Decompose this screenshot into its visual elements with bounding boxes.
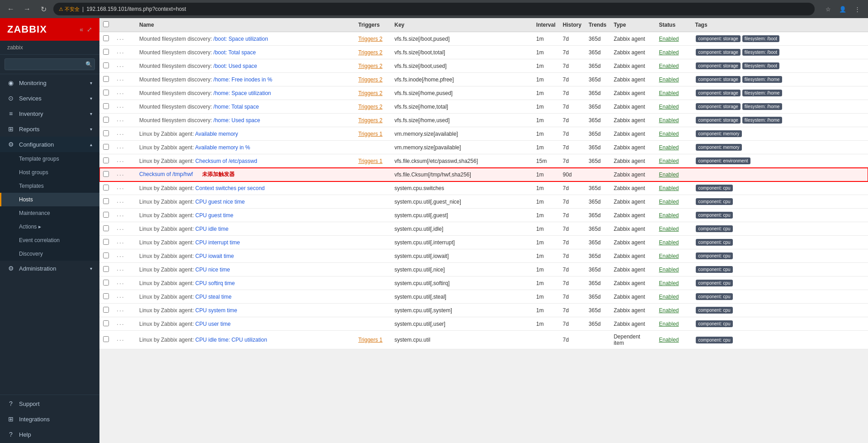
status-link[interactable]: Enabled <box>659 117 679 124</box>
item-status[interactable]: Enabled <box>655 331 691 349</box>
tag-badge[interactable]: component: storage <box>696 76 740 83</box>
header-tags[interactable]: Tags <box>691 18 868 32</box>
triggers-count-link[interactable]: Triggers 2 <box>358 90 382 96</box>
row-checkbox[interactable] <box>103 35 109 41</box>
status-link[interactable]: Enabled <box>659 253 679 259</box>
tag-badge[interactable]: component: memory <box>696 144 741 151</box>
item-name-link[interactable]: Linux by Zabbix agent: CPU guest time <box>139 212 233 219</box>
row-checkbox[interactable] <box>103 103 109 109</box>
row-actions-dots[interactable]: ··· <box>117 171 125 178</box>
item-status[interactable]: Enabled <box>655 46 691 59</box>
item-name-link[interactable]: Mounted filesystem discovery: /boot: Tot… <box>139 49 256 56</box>
status-link[interactable]: Enabled <box>659 158 679 164</box>
sidebar-item-host-groups[interactable]: Host groups <box>0 166 99 179</box>
tag-badge[interactable]: component: cpu <box>696 239 732 246</box>
triggers-count-link[interactable]: Triggers 2 <box>358 36 382 42</box>
item-name-link[interactable]: Linux by Zabbix agent: CPU softirq time <box>139 280 235 286</box>
row-actions-dots[interactable]: ··· <box>117 198 125 205</box>
status-link[interactable]: Enabled <box>659 307 679 314</box>
tag-badge[interactable]: component: cpu <box>696 212 732 219</box>
tag-badge[interactable]: component: storage <box>696 49 740 56</box>
header-history[interactable]: History <box>559 18 585 32</box>
row-actions-dots[interactable]: ··· <box>117 90 125 97</box>
sidebar-item-administration[interactable]: ⚙ Administration ▾ <box>0 261 99 276</box>
sidebar-item-support[interactable]: ? Support <box>0 396 99 411</box>
tag-badge[interactable]: component: cpu <box>696 320 732 327</box>
item-name-link[interactable]: Mounted filesystem discovery: /home: Fre… <box>139 76 272 83</box>
row-actions-dots[interactable]: ··· <box>117 157 125 165</box>
item-status[interactable]: Enabled <box>655 114 691 127</box>
row-actions-dots[interactable]: ··· <box>117 212 125 219</box>
back-button[interactable]: ← <box>5 3 17 15</box>
tag-badge[interactable]: filesystem: /boot <box>742 35 779 42</box>
item-status[interactable]: Enabled <box>655 249 691 263</box>
row-checkbox[interactable] <box>103 130 109 136</box>
row-actions-dots[interactable]: ··· <box>117 49 125 56</box>
item-status[interactable]: Enabled <box>655 100 691 114</box>
item-status[interactable]: Enabled <box>655 290 691 304</box>
triggers-count-link[interactable]: Triggers 1 <box>358 131 382 137</box>
status-link[interactable]: Enabled <box>659 131 679 137</box>
tag-badge[interactable]: component: storage <box>696 103 740 110</box>
tag-badge[interactable]: filesystem: /home <box>742 76 782 83</box>
status-link[interactable]: Enabled <box>659 337 679 343</box>
row-actions-dots[interactable]: ··· <box>117 62 125 70</box>
status-link[interactable]: Enabled <box>659 63 679 69</box>
row-actions-dots[interactable]: ··· <box>117 320 125 328</box>
status-link[interactable]: Enabled <box>659 171 679 178</box>
triggers-count-link[interactable]: Triggers 2 <box>358 104 382 110</box>
tag-badge[interactable]: filesystem: /home <box>742 117 782 124</box>
tag-badge[interactable]: filesystem: /home <box>742 90 782 96</box>
status-link[interactable]: Enabled <box>659 76 679 83</box>
tag-badge[interactable]: component: cpu <box>696 185 732 191</box>
row-checkbox[interactable] <box>103 266 109 272</box>
tag-badge[interactable]: component: storage <box>696 62 740 69</box>
row-checkbox[interactable] <box>103 280 109 286</box>
item-status[interactable]: Enabled <box>655 263 691 276</box>
status-link[interactable]: Enabled <box>659 199 679 205</box>
row-checkbox[interactable] <box>103 144 109 150</box>
item-status[interactable]: Enabled <box>655 141 691 154</box>
row-actions-dots[interactable]: ··· <box>117 336 125 343</box>
tag-badge[interactable]: component: cpu <box>696 293 732 300</box>
triggers-count-link[interactable]: Triggers 1 <box>358 158 382 164</box>
row-actions-dots[interactable]: ··· <box>117 225 125 233</box>
item-name-link[interactable]: Checksum of /tmp/hwf <box>139 171 193 177</box>
status-link[interactable]: Enabled <box>659 280 679 286</box>
row-checkbox[interactable] <box>103 171 109 177</box>
tag-badge[interactable]: component: storage <box>696 90 740 96</box>
row-actions-dots[interactable]: ··· <box>117 144 125 151</box>
item-status[interactable]: Enabled <box>655 168 691 181</box>
row-checkbox[interactable] <box>103 293 109 299</box>
item-name-link[interactable]: Linux by Zabbix agent: Available memory <box>139 131 238 137</box>
address-bar[interactable]: ⚠ 不安全 | 192.168.159.101/items.php?contex… <box>53 3 815 15</box>
select-all-checkbox[interactable] <box>103 21 109 27</box>
sidebar-item-configuration[interactable]: ⚙ Configuration ▴ <box>0 137 99 152</box>
menu-button[interactable]: ⋮ <box>851 3 863 15</box>
header-name[interactable]: Name <box>136 18 354 32</box>
item-status[interactable]: Enabled <box>655 59 691 73</box>
item-name-link[interactable]: Linux by Zabbix agent: CPU user time <box>139 321 231 327</box>
sidebar-item-actions[interactable]: Actions ▸ <box>0 220 99 233</box>
tag-badge[interactable]: component: storage <box>696 35 740 42</box>
forward-button[interactable]: → <box>21 3 33 15</box>
tag-badge[interactable]: filesystem: /home <box>742 103 782 110</box>
item-status[interactable]: Enabled <box>655 195 691 209</box>
item-status[interactable]: Enabled <box>655 276 691 290</box>
item-name-link[interactable]: Linux by Zabbix agent: CPU guest nice ti… <box>139 199 245 205</box>
sidebar-item-inventory[interactable]: ≡ Inventory ▾ <box>0 106 99 121</box>
row-actions-dots[interactable]: ··· <box>117 280 125 287</box>
tag-badge[interactable]: component: cpu <box>696 198 732 205</box>
status-link[interactable]: Enabled <box>659 321 679 327</box>
item-status[interactable]: Enabled <box>655 86 691 100</box>
tag-badge[interactable]: component: cpu <box>696 280 732 286</box>
sidebar-item-template-groups[interactable]: Template groups <box>0 152 99 166</box>
row-checkbox[interactable] <box>103 49 109 55</box>
item-name-link[interactable]: Mounted filesystem discovery: /boot: Spa… <box>139 36 268 42</box>
header-key[interactable]: Key <box>391 18 533 32</box>
status-link[interactable]: Enabled <box>659 294 679 300</box>
tag-badge[interactable]: component: cpu <box>696 337 732 343</box>
triggers-count-link[interactable]: Triggers 2 <box>358 117 382 124</box>
row-checkbox[interactable] <box>103 157 109 163</box>
row-checkbox[interactable] <box>103 252 109 258</box>
